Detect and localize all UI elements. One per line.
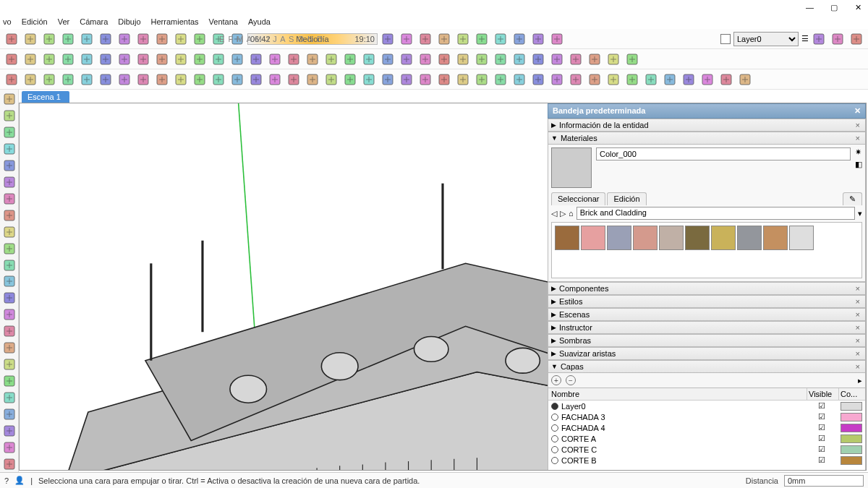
iso-view-icon[interactable] <box>810 30 827 48</box>
scene-icon[interactable] <box>529 30 547 48</box>
zoom2-icon[interactable] <box>511 71 528 88</box>
zoom-extents-icon[interactable] <box>473 51 490 68</box>
remove-layer-icon[interactable]: − <box>566 375 576 385</box>
eraser-tool-icon[interactable] <box>1 141 17 157</box>
rectangle-tool-icon[interactable] <box>1 191 17 207</box>
layer-row[interactable]: CORTE B☑ <box>548 455 865 466</box>
fog-icon[interactable] <box>548 30 566 48</box>
paint2-icon[interactable] <box>22 71 39 88</box>
position-camera-icon[interactable] <box>492 51 509 68</box>
maximize-icon[interactable]: ▢ <box>830 3 839 12</box>
section-soften[interactable]: ▶Suavizar aristas× <box>548 347 866 360</box>
poly2-icon[interactable] <box>229 71 246 88</box>
layer-visible-checkbox[interactable]: ☑ <box>806 434 838 443</box>
selection-tool-icon[interactable] <box>1 91 17 107</box>
dim2-icon[interactable] <box>398 71 415 88</box>
menu-vo[interactable]: vo <box>3 17 12 26</box>
zoomext2-icon[interactable] <box>548 71 566 88</box>
move2-icon[interactable] <box>247 71 265 88</box>
next-view-icon[interactable] <box>586 71 603 88</box>
section-components[interactable]: ▶Componentes× <box>548 282 866 295</box>
eraser2-icon[interactable] <box>41 71 58 88</box>
layer-active-radio[interactable] <box>551 446 558 453</box>
material-swatch[interactable] <box>789 226 814 250</box>
nav-back-icon[interactable]: ◁ <box>551 209 557 218</box>
layer-visible-checkbox[interactable]: ☑ <box>806 423 838 432</box>
library-menu-icon[interactable]: ▾ <box>858 209 862 218</box>
offset-left-icon[interactable] <box>1 241 17 257</box>
section-entity-info[interactable]: ▶Información de la entidad× <box>548 119 866 132</box>
freehand-icon[interactable] <box>59 51 77 68</box>
save-icon[interactable] <box>41 30 58 48</box>
look-left-icon[interactable] <box>1 440 17 455</box>
rect2-icon[interactable] <box>172 71 190 88</box>
tape2-icon[interactable] <box>360 71 378 88</box>
layer-active-radio[interactable] <box>551 403 558 410</box>
menu-dibujo[interactable]: Dibujo <box>118 17 140 26</box>
layer-row[interactable]: Layer0☑ <box>548 401 865 411</box>
rectangle-icon[interactable] <box>78 51 95 68</box>
material-swatch[interactable] <box>555 226 579 250</box>
section-scenes[interactable]: ▶Escenas× <box>548 308 866 321</box>
tape-left-icon[interactable] <box>1 174 17 190</box>
freehand2-icon[interactable] <box>78 71 95 88</box>
section-materials[interactable]: ▼Materiales× <box>548 132 866 145</box>
top-view-icon[interactable] <box>829 30 846 48</box>
layer-active-radio[interactable] <box>551 435 558 442</box>
create-material-icon[interactable]: ✷ <box>855 147 862 157</box>
orbit2-icon[interactable] <box>473 71 490 88</box>
material-swatch[interactable] <box>711 226 736 250</box>
followme-left-icon[interactable] <box>1 307 17 322</box>
section-shadows[interactable]: ▶Sombras× <box>548 334 866 347</box>
pushpull2-icon[interactable] <box>266 71 284 88</box>
menu-ventana[interactable]: Ventana <box>209 17 238 26</box>
print-icon[interactable] <box>172 30 190 48</box>
zoom-left-icon[interactable] <box>1 406 17 422</box>
text-icon[interactable] <box>341 51 359 68</box>
measurement-input[interactable]: 0mm <box>784 475 864 487</box>
rotate-left-icon[interactable] <box>1 273 17 289</box>
tape-icon[interactable] <box>304 51 321 68</box>
paste-icon[interactable] <box>97 30 114 48</box>
materials-tab-edit[interactable]: Edición <box>607 192 646 205</box>
select-icon[interactable] <box>3 51 20 68</box>
layer-row[interactable]: FACHADA 4☑ <box>548 422 865 433</box>
material-name-input[interactable] <box>596 147 851 160</box>
model-info-icon[interactable] <box>191 30 208 48</box>
delete-icon[interactable] <box>116 30 133 48</box>
followme2-icon[interactable] <box>304 71 321 88</box>
layer-row[interactable]: CORTE C☑ <box>548 444 865 455</box>
layer-manager-icon[interactable]: ☰ <box>801 34 809 43</box>
section-left-icon[interactable] <box>1 456 17 472</box>
layer-color-swatch[interactable] <box>841 402 862 411</box>
text-left-icon[interactable] <box>1 323 17 339</box>
menu-herramientas[interactable]: Herramientas <box>151 17 199 26</box>
zoomwin2-icon[interactable] <box>529 71 547 88</box>
material-swatch[interactable] <box>763 226 788 250</box>
viewport[interactable]: Bandeja predeterminada✕ ▶Información de … <box>19 103 867 471</box>
axes2-icon[interactable] <box>435 71 453 88</box>
styles-icon[interactable] <box>624 51 641 68</box>
styles2-icon[interactable] <box>699 71 716 88</box>
layer-active-radio[interactable] <box>551 424 558 432</box>
circle-icon[interactable] <box>116 51 133 68</box>
section-plane-icon[interactable] <box>529 51 547 68</box>
pan-icon[interactable] <box>417 51 434 68</box>
3pt-arc-icon[interactable] <box>135 71 152 88</box>
2pt-arc-icon[interactable] <box>116 71 133 88</box>
axes-left-icon[interactable] <box>1 356 17 372</box>
pie2-icon[interactable] <box>153 71 171 88</box>
new-file-icon[interactable] <box>3 30 20 48</box>
user-icon[interactable]: 👤 <box>14 476 25 485</box>
orbit-left-icon[interactable] <box>1 373 17 389</box>
open-icon[interactable] <box>22 30 39 48</box>
make-component-icon[interactable] <box>1 108 17 124</box>
rotate2-icon[interactable] <box>285 71 302 88</box>
fog2-icon[interactable] <box>736 71 754 88</box>
layer-row[interactable]: FACHADA 3☑ <box>548 411 865 422</box>
look-around-icon[interactable] <box>511 51 528 68</box>
menu-edición[interactable]: Edición <box>22 17 48 26</box>
eyedropper-icon[interactable]: ✎ <box>843 192 862 205</box>
section-styles[interactable]: ▶Estilos× <box>548 295 866 308</box>
layer-visible-checkbox[interactable]: ☑ <box>806 455 838 465</box>
